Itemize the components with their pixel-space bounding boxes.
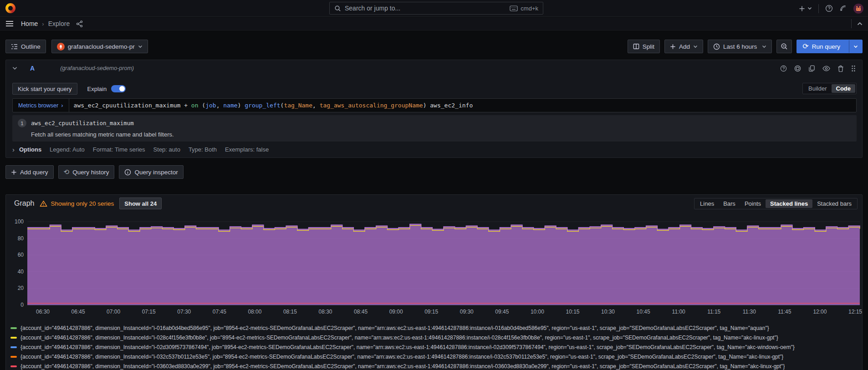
search-placeholder: Search or jump to... <box>345 5 506 12</box>
search-minus-icon <box>781 43 788 50</box>
mode-stacked-lines[interactable]: Stacked lines <box>766 199 812 208</box>
clock-icon <box>713 43 720 50</box>
legend-swatch <box>10 327 17 329</box>
rss-icon[interactable] <box>839 5 847 12</box>
refresh-icon: ⟳ <box>802 43 808 50</box>
disable-query-icon[interactable] <box>794 65 801 72</box>
builder-tab[interactable]: Builder <box>804 84 831 93</box>
outline-button[interactable]: Outline <box>5 40 46 53</box>
svg-text:11:00: 11:00 <box>672 309 685 315</box>
options-row[interactable]: › Options Legend: AutoFormat: Time serie… <box>12 146 269 153</box>
explain-toggle[interactable] <box>111 85 126 92</box>
chevron-down-icon <box>853 45 858 48</box>
collapse-chevron-icon[interactable] <box>12 66 17 70</box>
breadcrumb-home[interactable]: Home <box>21 20 38 27</box>
option-summary-item: Exemplars: false <box>225 146 269 153</box>
search-icon <box>334 5 341 12</box>
chart-svg: 02040608010006:3006:4507:0007:1507:3007:… <box>9 214 865 321</box>
legend-item[interactable]: {account_id="494614287886", dimension_In… <box>10 333 860 342</box>
query-help-icon[interactable] <box>780 65 787 72</box>
svg-text:08:00: 08:00 <box>248 309 261 315</box>
breadcrumb-bar: Home › Explore <box>0 17 868 30</box>
legend-item[interactable]: {account_id="494614287886", dimension_In… <box>10 342 860 352</box>
metrics-browser-button[interactable]: Metrics browser › <box>13 99 69 112</box>
add-label: Add <box>679 43 690 50</box>
svg-text:0: 0 <box>20 302 24 308</box>
toolbar-right: Split Add Last 6 hours ⟳ Run query <box>628 40 863 53</box>
warning-icon <box>40 200 47 207</box>
kick-start-button[interactable]: Kick start your query <box>12 83 77 95</box>
user-avatar[interactable] <box>853 4 863 14</box>
chevron-up-icon[interactable] <box>857 22 863 25</box>
mode-points[interactable]: Points <box>740 199 766 208</box>
legend-item[interactable]: {account_id="494614287886", dimension_In… <box>10 361 860 370</box>
share-icon[interactable] <box>76 20 83 27</box>
chart-area: 02040608010006:3006:4507:0007:1507:3007:… <box>9 214 865 321</box>
search-input[interactable]: Search or jump to... cmd+k <box>329 2 543 15</box>
help-icon[interactable] <box>825 5 833 12</box>
time-range-picker[interactable]: Last 6 hours <box>708 40 772 53</box>
outline-label: Outline <box>21 43 41 50</box>
legend: {account_id="494614287886", dimension_In… <box>10 323 860 370</box>
options-label: Options <box>19 146 41 153</box>
mode-lines[interactable]: Lines <box>695 199 719 208</box>
add-button[interactable]: Add <box>664 40 703 53</box>
grafana-logo[interactable] <box>5 3 15 13</box>
nav-divider <box>818 4 819 13</box>
svg-text:07:45: 07:45 <box>213 309 226 315</box>
split-button[interactable]: Split <box>628 40 660 53</box>
add-query-label: Add query <box>20 169 48 176</box>
mode-stacked-bars[interactable]: Stacked bars <box>812 199 856 208</box>
info-circle-icon <box>124 169 131 176</box>
explain-metric: aws_ec2_cpuutilization_maximum <box>31 120 134 127</box>
add-query-button[interactable]: Add query <box>5 165 54 179</box>
hide-response-icon[interactable] <box>822 66 830 71</box>
copy-query-icon[interactable] <box>808 65 815 72</box>
query-header: A (grafanacloud-sedemo-prom) <box>6 60 862 76</box>
zoom-out-button[interactable] <box>776 40 792 53</box>
mode-bars[interactable]: Bars <box>719 199 740 208</box>
explain-line-number: 1 <box>18 119 26 127</box>
split-icon <box>633 43 639 50</box>
svg-text:40: 40 <box>18 269 24 275</box>
legend-swatch <box>10 337 17 339</box>
svg-text:100: 100 <box>15 218 24 225</box>
breadcrumb-current[interactable]: Explore <box>48 20 70 27</box>
svg-text:08:45: 08:45 <box>354 309 368 315</box>
svg-text:06:45: 06:45 <box>71 309 85 315</box>
code-tab[interactable]: Code <box>832 84 856 93</box>
drag-handle-icon[interactable] <box>851 65 856 72</box>
remove-query-icon[interactable] <box>837 65 844 72</box>
svg-text:11:30: 11:30 <box>743 309 756 315</box>
query-expression[interactable]: aws_ec2_cpuutilization_maximum + on (job… <box>69 99 856 112</box>
query-history-button[interactable]: ⟲ Query history <box>58 165 115 179</box>
svg-text:60: 60 <box>18 252 24 258</box>
svg-text:09:45: 09:45 <box>495 309 509 315</box>
legend-item[interactable]: {account_id="494614287886", dimension_In… <box>10 352 860 361</box>
time-range-label: Last 6 hours <box>723 43 757 50</box>
explain-label: Explain <box>87 86 107 92</box>
new-dropdown[interactable] <box>799 5 812 12</box>
kick-start-label: Kick start your query <box>18 86 72 92</box>
menu-icon[interactable] <box>5 20 14 27</box>
run-query-label: Run query <box>812 43 840 50</box>
legend-swatch <box>10 356 17 358</box>
series-warning: Showing only 20 series <box>40 200 114 207</box>
show-all-button[interactable]: Show all 24 <box>119 198 162 209</box>
chevron-down-icon <box>138 45 143 48</box>
run-query-button[interactable]: ⟳ Run query <box>797 40 863 53</box>
query-inspector-button[interactable]: Query inspector <box>119 165 183 179</box>
option-summary-item: Step: auto <box>153 146 180 153</box>
run-query-dropdown[interactable] <box>849 40 862 53</box>
svg-text:12:00: 12:00 <box>813 309 827 315</box>
plus-icon <box>11 169 17 175</box>
svg-text:12:15: 12:15 <box>848 309 862 315</box>
chevron-down-icon <box>693 45 698 48</box>
svg-text:10:00: 10:00 <box>531 309 544 315</box>
datasource-picker[interactable]: grafanacloud-sedemo-pr <box>51 40 148 53</box>
keyboard-icon <box>510 5 518 11</box>
graph-mode-toggle: LinesBarsPointsStacked linesStacked bars <box>694 198 858 209</box>
legend-item[interactable]: {account_id="494614287886", dimension_In… <box>10 323 860 333</box>
split-label: Split <box>643 43 654 50</box>
crumb-divider <box>851 19 852 28</box>
